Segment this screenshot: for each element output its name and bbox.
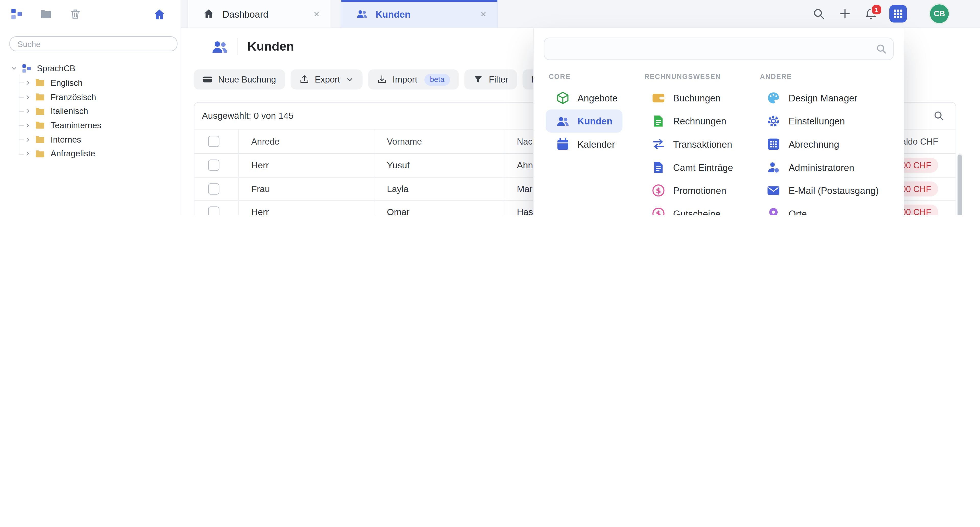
tree-item-label: Anfrageliste <box>51 149 95 159</box>
apps-grid-button[interactable] <box>889 5 907 23</box>
tree-root-sprachcb[interactable]: SprachCB <box>0 61 181 76</box>
launcher-item-orte[interactable]: Orte <box>757 202 817 215</box>
launcher-item-label: Promotionen <box>673 185 726 196</box>
table-search-icon[interactable] <box>933 110 944 121</box>
tree-item-label: Teaminternes <box>51 121 101 130</box>
chevron-right-icon[interactable] <box>24 136 31 143</box>
cell-vorname: Yusuf <box>374 154 504 177</box>
launcher-item-label: Abrechnung <box>789 139 839 150</box>
launcher-item-camt-eintraege[interactable]: Camt Einträge <box>641 156 743 179</box>
launcher-item-label: E-Mail (Postausgang) <box>789 185 879 196</box>
chevron-right-icon[interactable] <box>24 107 31 115</box>
tree-item-franzoesisch[interactable]: Französisch <box>0 90 181 104</box>
launcher-item-email-postausgang[interactable]: E-Mail (Postausgang) <box>757 179 889 202</box>
folder-icon <box>35 106 45 116</box>
chevron-right-icon[interactable] <box>24 121 31 129</box>
gear-icon <box>767 114 780 128</box>
close-icon[interactable] <box>312 10 321 18</box>
launcher-item-label: Kunden <box>578 116 612 126</box>
notifications-button[interactable]: 1 <box>864 7 877 20</box>
launcher-item-promotionen[interactable]: Promotionen <box>641 179 736 202</box>
vertical-scrollbar-thumb[interactable] <box>958 155 962 215</box>
sidebar: SprachCB Englisch Französisch Italienisc… <box>0 0 181 215</box>
filter-button[interactable]: Filter <box>465 69 517 89</box>
tree-item-teaminternes[interactable]: Teaminternes <box>0 118 181 133</box>
launcher-item-gutscheine[interactable]: Gutscheine <box>641 202 731 215</box>
add-button[interactable] <box>838 7 851 20</box>
row-checkbox[interactable] <box>208 160 220 171</box>
checkbox-cell <box>194 177 239 201</box>
select-all-cell <box>194 129 239 153</box>
launcher-item-label: Gutscheine <box>673 208 721 215</box>
launcher-item-design-manager[interactable]: Design Manager <box>757 86 867 110</box>
billing-grid-icon <box>767 137 780 151</box>
trash-button[interactable] <box>68 8 81 21</box>
dollar-circle-icon <box>651 184 665 198</box>
export-button[interactable]: Export <box>290 69 363 89</box>
launcher-columns: CORE Angebote Kunden Kalender RECHNUNGSW… <box>534 61 904 215</box>
page-title: Kunden <box>248 39 294 53</box>
envelope-icon <box>767 184 780 198</box>
tree-item-englisch[interactable]: Englisch <box>0 76 181 90</box>
launcher-item-label: Kalender <box>578 139 615 150</box>
sidebar-search-input[interactable] <box>10 36 178 51</box>
launcher-item-label: Rechnungen <box>673 116 726 126</box>
tab-kunden[interactable]: Kunden <box>341 0 498 27</box>
avatar[interactable]: CB <box>930 4 948 23</box>
launcher-search <box>544 38 894 60</box>
launcher-item-transaktionen[interactable]: Transaktionen <box>641 133 742 156</box>
column-header-vorname[interactable]: Vorname <box>374 129 504 153</box>
tree-item-anfrageliste[interactable]: Anfrageliste <box>0 147 181 161</box>
launcher-section-andere: ANDERE Design Manager Einstellungen Abre… <box>760 62 889 215</box>
calendar-icon <box>555 137 570 151</box>
cell-vorname: Layla <box>374 177 504 201</box>
launcher-item-kunden[interactable]: Kunden <box>546 110 622 133</box>
chevron-right-icon[interactable] <box>24 79 31 86</box>
column-header-anrede[interactable]: Anrede <box>239 129 374 153</box>
launcher-item-label: Angebote <box>578 93 617 103</box>
import-button[interactable]: Import beta <box>368 69 459 89</box>
launcher-item-abrechnung[interactable]: Abrechnung <box>757 133 849 156</box>
person-badge-icon <box>767 160 780 174</box>
chevron-right-icon[interactable] <box>24 150 31 157</box>
cell-vorname: Omar <box>374 201 504 215</box>
invoice-icon <box>651 114 665 128</box>
cell-anrede: Herr <box>239 201 374 215</box>
launcher-item-buchungen[interactable]: Buchungen <box>641 86 731 110</box>
row-checkbox[interactable] <box>208 183 220 195</box>
tab-dashboard[interactable]: Dashboard <box>188 0 331 27</box>
plus-icon <box>838 7 851 20</box>
select-all-checkbox[interactable] <box>208 136 220 147</box>
home-icon <box>203 8 215 19</box>
tree-item-italienisch[interactable]: Italienisch <box>0 104 181 118</box>
vertical-scrollbar-track[interactable] <box>958 153 962 215</box>
search-icon <box>876 43 887 54</box>
chevron-down-icon[interactable] <box>10 65 18 72</box>
chevron-down-icon <box>346 75 354 83</box>
launcher-item-angebote[interactable]: Angebote <box>546 86 628 110</box>
palette-icon <box>767 91 780 105</box>
app-launcher-panel: CORE Angebote Kunden Kalender RECHNUNGSW… <box>533 28 904 215</box>
tree-view-button[interactable] <box>10 8 22 21</box>
launcher-item-administratoren[interactable]: Administratoren <box>757 156 864 179</box>
launcher-item-einstellungen[interactable]: Einstellungen <box>757 110 855 133</box>
row-checkbox[interactable] <box>208 207 220 215</box>
close-icon[interactable] <box>479 10 487 18</box>
launcher-item-label: Design Manager <box>789 93 858 103</box>
button-label: Neue Buchung <box>218 74 276 84</box>
folder-button[interactable] <box>39 8 52 21</box>
launcher-item-rechnungen[interactable]: Rechnungen <box>641 110 736 133</box>
section-title: ANDERE <box>760 73 889 80</box>
home-button[interactable] <box>153 8 165 21</box>
chevron-right-icon[interactable] <box>24 93 31 101</box>
tree-item-internes[interactable]: Internes <box>0 133 181 147</box>
launcher-search-input[interactable] <box>544 38 894 60</box>
tab-label: Kunden <box>375 8 410 19</box>
launcher-section-core: CORE Angebote Kunden Kalender <box>549 62 644 215</box>
launcher-item-label: Buchungen <box>673 93 721 103</box>
tree-item-label: Französisch <box>51 92 96 102</box>
neue-buchung-button[interactable]: Neue Buchung <box>194 69 285 89</box>
search-button[interactable] <box>812 7 825 20</box>
divider <box>238 38 238 55</box>
launcher-item-kalender[interactable]: Kalender <box>546 133 625 156</box>
